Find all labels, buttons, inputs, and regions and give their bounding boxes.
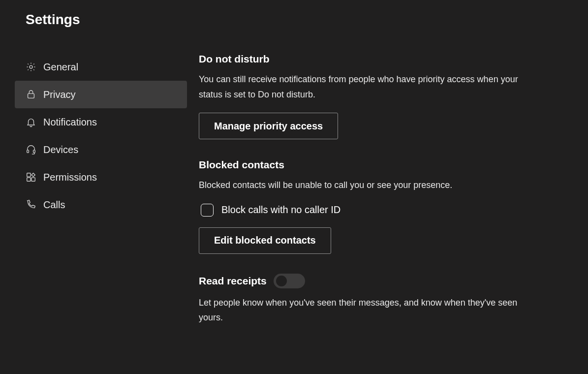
svg-rect-1 — [28, 94, 34, 98]
read-receipts-description: Let people know when you've seen their m… — [199, 295, 531, 325]
dnd-description: You can still receive notifications from… — [199, 72, 531, 102]
gear-icon — [26, 62, 43, 72]
checkbox-box — [201, 204, 214, 217]
block-no-caller-id-checkbox[interactable]: Block calls with no caller ID — [201, 204, 531, 217]
sidebar-item-label: Privacy — [43, 89, 76, 100]
sidebar-item-notifications[interactable]: Notifications — [15, 108, 187, 136]
bell-icon — [26, 117, 43, 127]
svg-rect-5 — [27, 178, 31, 181]
settings-sidebar: General Privacy Notifications Devices — [0, 53, 187, 345]
blocked-contacts-heading: Blocked contacts — [199, 159, 531, 171]
svg-rect-2 — [27, 150, 29, 153]
sidebar-item-label: Permissions — [43, 172, 97, 183]
lock-icon — [26, 89, 43, 100]
manage-priority-access-button[interactable]: Manage priority access — [199, 113, 338, 139]
edit-blocked-contacts-button[interactable]: Edit blocked contacts — [199, 227, 331, 254]
dnd-heading: Do not disturb — [199, 53, 531, 65]
blocked-contacts-section: Blocked contacts Blocked contacts will b… — [199, 159, 531, 254]
svg-point-0 — [30, 65, 32, 68]
sidebar-item-general[interactable]: General — [15, 53, 187, 81]
checkbox-label: Block calls with no caller ID — [221, 204, 340, 216]
svg-rect-4 — [27, 173, 31, 177]
headset-icon — [26, 144, 43, 155]
phone-icon — [26, 199, 43, 210]
apps-icon — [26, 172, 43, 183]
read-receipts-toggle[interactable] — [274, 274, 305, 288]
dnd-section: Do not disturb You can still receive not… — [199, 53, 531, 139]
sidebar-item-label: General — [43, 62, 78, 73]
sidebar-item-calls[interactable]: Calls — [15, 191, 187, 218]
blocked-contacts-description: Blocked contacts will be unable to call … — [199, 178, 531, 193]
sidebar-item-label: Calls — [43, 199, 65, 211]
svg-rect-3 — [33, 150, 35, 153]
sidebar-item-label: Notifications — [43, 117, 97, 128]
settings-content: Do not disturb You can still receive not… — [187, 53, 561, 345]
sidebar-item-permissions[interactable]: Permissions — [15, 163, 187, 191]
page-title: Settings — [0, 9, 588, 30]
sidebar-item-privacy[interactable]: Privacy — [15, 81, 187, 108]
read-receipts-section: Read receipts Let people know when you'v… — [199, 274, 531, 325]
sidebar-item-label: Devices — [43, 144, 78, 156]
read-receipts-heading: Read receipts — [199, 275, 267, 287]
sidebar-item-devices[interactable]: Devices — [15, 136, 187, 163]
svg-rect-6 — [31, 178, 35, 181]
